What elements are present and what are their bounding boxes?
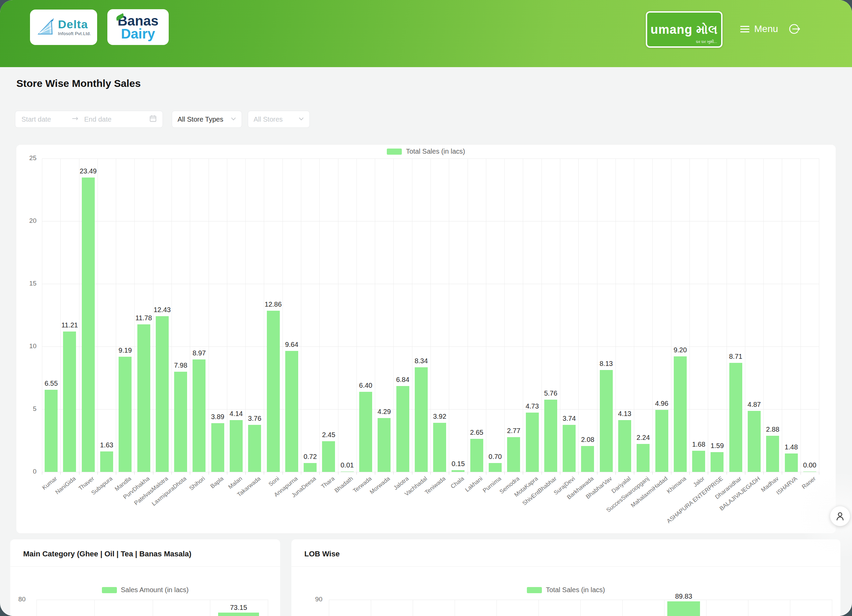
bar-Teniwada[interactable] (433, 423, 446, 472)
bar-MahalaxmiHadad[interactable] (656, 410, 668, 472)
bar-Malan[interactable] (230, 420, 243, 472)
grid-line-h (329, 599, 832, 600)
bar-Madhav[interactable] (766, 436, 779, 472)
bar-Lakhani[interactable] (470, 439, 483, 472)
bar-value-89.83[interactable] (667, 601, 700, 616)
chart-legend[interactable]: Total Sales (in lacs) (292, 586, 840, 594)
bar-Vachhadal[interactable] (415, 367, 428, 472)
grid-line-v (706, 599, 707, 616)
bar-Barkhawada[interactable] (581, 446, 594, 472)
bar-Kumar[interactable] (45, 390, 57, 472)
bar-Shihori[interactable] (193, 359, 205, 472)
grid-line-v (36, 599, 37, 616)
grid-line-v (580, 599, 581, 616)
bar-Semodra[interactable] (507, 437, 520, 472)
grid-line-v (153, 599, 153, 616)
bar-ASHAPURA ENTERPRISE[interactable] (711, 452, 724, 472)
bar-NaniGida[interactable] (63, 332, 76, 472)
legend-swatch (527, 587, 542, 593)
umang-logo-subtext: ઘર ઘર ખુશી... (696, 39, 717, 44)
date-range-picker[interactable] (15, 111, 163, 128)
bar-Takarwada[interactable] (248, 425, 261, 472)
bar-Subapura[interactable] (100, 451, 113, 472)
bar-Jalor[interactable] (692, 451, 705, 472)
main-category-title: Main Category (Ghee | Oil | Tea | Banas … (23, 550, 192, 559)
chevron-down-icon (231, 116, 236, 122)
bar-JunaDeesa[interactable] (304, 463, 317, 472)
bar-PurvDhakha[interactable] (137, 325, 150, 472)
y-axis-label: 90 (301, 596, 322, 603)
grid-line-v (94, 599, 95, 616)
bar-BALAJIVAJEGADH[interactable] (748, 411, 761, 472)
store-type-value: All Store Types (178, 116, 223, 123)
banas-logo-line2: Dairy (121, 27, 155, 40)
bar-Morwada[interactable] (378, 418, 391, 472)
bar-Bhadath[interactable] (341, 471, 354, 472)
legend-label: Total Sales (in lacs) (406, 148, 465, 156)
delta-infosoft-logo: Delta Infosoft Pvt.Ltd. (30, 9, 97, 45)
chevron-down-icon (299, 116, 304, 122)
grid-line-v (413, 599, 413, 616)
umang-logo-text: umang મોલ (651, 23, 718, 37)
bar-LaxmipuraDhota[interactable] (174, 372, 187, 472)
bar-Purnima[interactable] (489, 463, 502, 472)
umang-mall-logo: umang મોલ ઘર ઘર ખુશી... (646, 11, 722, 48)
page-title: Store Wise Monthly Sales (17, 78, 141, 89)
bar-Annapurna[interactable] (285, 351, 298, 472)
bar-MotaKapra[interactable] (526, 412, 539, 472)
bar-SuccesSwaroopganj[interactable] (637, 444, 650, 472)
legend-swatch (387, 148, 402, 155)
legend-swatch (102, 587, 117, 593)
lob-wise-card: LOB Wise Total Sales (in lacs) 9089.83 (292, 539, 840, 616)
bar-Dharanidhar[interactable] (729, 363, 742, 472)
bar-Mandla[interactable] (119, 357, 131, 472)
bar-Terwada[interactable] (359, 392, 372, 472)
logout-icon (787, 22, 802, 36)
bar-ISHARVA[interactable] (785, 453, 798, 472)
bar-Bapla[interactable] (211, 423, 224, 472)
delta-logo-title: Delta (58, 18, 91, 30)
grid-line-h (36, 599, 268, 600)
bar-Soni[interactable] (267, 311, 280, 472)
bar-value-label: 73.15 (218, 604, 259, 611)
bar-PatelvasMalotra[interactable] (156, 316, 169, 472)
grid-line-v (664, 599, 665, 616)
legend-label: Total Sales (in lacs) (546, 586, 605, 594)
bar-Chala[interactable] (452, 470, 465, 472)
bar-Dariyalal[interactable] (618, 420, 631, 472)
stores-placeholder: All Stores (254, 116, 283, 123)
menu-button[interactable]: Menu (740, 21, 778, 36)
bar-ShivEntBhabhar[interactable] (544, 400, 557, 472)
logout-button[interactable] (787, 22, 802, 36)
dashboard-app: Delta Infosoft Pvt.Ltd. Banas Dairy uman… (0, 0, 852, 616)
menu-label: Menu (754, 24, 778, 35)
grid-line-v (538, 599, 539, 616)
grid-line-v (832, 599, 832, 616)
bar-Jalotra[interactable] (396, 386, 409, 472)
bar-SurajDevi[interactable] (563, 425, 576, 472)
bar-Raner[interactable] (803, 471, 816, 472)
calendar-icon (149, 115, 157, 124)
grid-line-v (790, 599, 790, 616)
end-date-input[interactable] (83, 115, 134, 124)
start-date-input[interactable] (21, 115, 72, 124)
app-header: Delta Infosoft Pvt.Ltd. Banas Dairy uman… (0, 0, 852, 67)
grid-line-v (268, 599, 268, 616)
chart-legend[interactable]: Sales Amount (in lacs) (10, 586, 280, 594)
chart-legend[interactable]: Total Sales (in lacs) (17, 148, 835, 156)
main-category-card: Main Category (Ghee | Oil | Tea | Banas … (10, 539, 280, 616)
bar-Thara[interactable] (322, 441, 335, 472)
hamburger-icon (740, 24, 749, 34)
stores-select[interactable]: All Stores (248, 111, 310, 128)
user-button[interactable] (830, 506, 850, 526)
lob-wise-title: LOB Wise (304, 550, 340, 559)
bar-BhabharVav[interactable] (600, 370, 613, 472)
store-type-select[interactable]: All Store Types (172, 111, 242, 128)
person-icon (835, 511, 845, 521)
bar-Thaver[interactable] (82, 178, 95, 472)
grid-line-v (748, 599, 748, 616)
y-axis-label: 80 (10, 596, 26, 603)
delta-sail-icon (36, 17, 56, 38)
bar-value-73.15[interactable] (218, 613, 259, 616)
bar-Khimana[interactable] (674, 356, 687, 472)
